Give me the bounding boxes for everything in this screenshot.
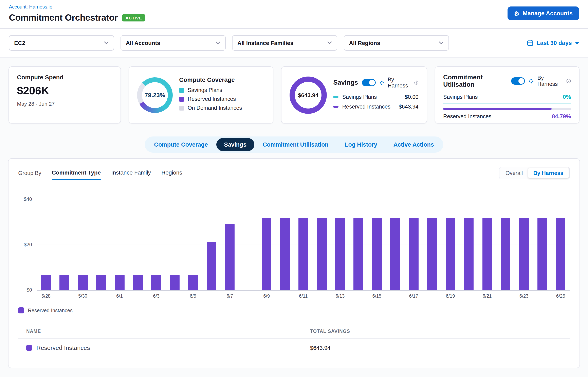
bar-6/11[interactable] <box>299 218 308 290</box>
reserved-instances-utilisation-value: 84.79% <box>552 113 571 119</box>
chart-legend-label: Reserved Instances <box>28 307 73 313</box>
tab-log-history[interactable]: Log History <box>337 138 385 151</box>
bar-6/24[interactable] <box>537 218 547 290</box>
tab-commitment-utilisation[interactable]: Commitment Utilisation <box>255 138 336 151</box>
main-tabs: Compute Coverage Savings Commitment Util… <box>145 136 443 153</box>
bar-5/30[interactable] <box>78 275 88 290</box>
x-axis-tick <box>166 294 184 298</box>
bar-slot <box>276 199 294 290</box>
compute-spend-title: Compute Spend <box>17 74 112 81</box>
bar-6/6[interactable] <box>207 242 216 290</box>
savings-row: Reserved Instances $643.94 <box>333 104 418 110</box>
savings-plans-progress-bar <box>443 103 571 104</box>
bar-6/20[interactable] <box>464 218 474 290</box>
bar-6/9[interactable] <box>262 218 271 290</box>
bar-slot <box>496 199 515 290</box>
bar-slot <box>129 199 147 290</box>
x-axis-tick <box>460 294 478 298</box>
bar-6/2[interactable] <box>133 275 143 290</box>
savings-title: Savings <box>333 79 358 86</box>
bar-slot <box>331 199 349 290</box>
bar-6/16[interactable] <box>390 218 400 290</box>
date-range-value: Last 30 days <box>537 40 572 46</box>
bar-5/31[interactable] <box>96 275 106 290</box>
bar-6/15[interactable] <box>372 218 382 290</box>
legend-label: Savings Plans <box>188 87 222 93</box>
tab-compute-coverage[interactable]: Compute Coverage <box>146 138 216 151</box>
x-axis-tick <box>533 294 551 298</box>
info-icon[interactable] <box>414 80 418 85</box>
reserved-instances-progress-bar <box>443 108 571 110</box>
tab-savings[interactable]: Savings <box>216 138 254 151</box>
bar-6/10[interactable] <box>280 218 290 290</box>
bar-6/1[interactable] <box>115 275 124 290</box>
service-filter-dropdown[interactable]: EC2 <box>9 35 114 51</box>
row-name-value: Reserved Instances <box>36 344 90 351</box>
bar-slot <box>37 199 55 290</box>
group-tab-instance-family[interactable]: Instance Family <box>111 169 151 180</box>
chart-legend[interactable]: Reserved Instances <box>18 307 570 313</box>
bar-6/25[interactable] <box>556 218 566 290</box>
bar-slot <box>184 199 202 290</box>
savings-by-harness-toggle[interactable] <box>362 79 376 86</box>
y-axis-tick: $0 <box>26 287 32 293</box>
regions-filter-dropdown[interactable]: All Regions <box>344 35 449 51</box>
summary-cards: Compute Spend $206K May 28 - Jun 27 79.2… <box>0 58 588 124</box>
x-axis-tick: 6/9 <box>257 294 276 298</box>
bar-6/4[interactable] <box>170 275 179 290</box>
bar-6/14[interactable] <box>354 218 363 290</box>
instance-families-filter-dropdown[interactable]: All Instance Families <box>232 35 337 51</box>
bar-slot <box>423 199 441 290</box>
bar-6/18[interactable] <box>427 218 437 290</box>
savings-table: NAME TOTAL SAVINGS Reserved Instances $6… <box>18 324 570 357</box>
instance-families-filter-value: All Instance Families <box>237 40 293 46</box>
bar-6/19[interactable] <box>445 218 455 290</box>
x-axis-tick <box>276 294 294 298</box>
legend-color-swatch <box>179 88 184 93</box>
savings-row-label: Savings Plans <box>342 94 377 100</box>
accounts-filter-dropdown[interactable]: All Accounts <box>121 35 226 51</box>
chart-bars <box>37 199 570 290</box>
bar-6/13[interactable] <box>335 218 345 290</box>
bar-slot <box>478 199 496 290</box>
group-tab-regions[interactable]: Regions <box>161 169 182 180</box>
bar-6/5[interactable] <box>188 275 198 290</box>
bar-6/3[interactable] <box>151 275 161 290</box>
bar-6/23[interactable] <box>519 218 529 290</box>
bar-6/22[interactable] <box>501 218 510 290</box>
view-mode-overall[interactable]: Overall <box>500 168 528 178</box>
regions-filter-value: All Regions <box>349 40 380 46</box>
account-breadcrumb[interactable]: Account: Harness.io <box>9 4 579 10</box>
page-title: Commitment Orchestrator <box>9 12 118 23</box>
bar-5/28[interactable] <box>41 275 51 290</box>
group-tab-commitment-type[interactable]: Commitment Type <box>52 169 101 180</box>
x-axis-tick: 5/28 <box>37 294 55 298</box>
date-range-picker[interactable]: Last 30 days <box>527 40 579 46</box>
chevron-down-icon <box>327 41 332 45</box>
x-axis-tick: 6/5 <box>184 294 202 298</box>
view-mode-by-harness[interactable]: By Harness <box>528 168 569 178</box>
compute-spend-value: $206K <box>17 85 112 97</box>
bar-6/21[interactable] <box>482 218 492 290</box>
compute-coverage-card: 79.23% Compute Coverage Savings Plans Re… <box>129 66 273 124</box>
table-row[interactable]: Reserved Instances $643.94 <box>18 339 570 357</box>
bar-slot <box>313 199 331 290</box>
x-axis-tick <box>349 294 368 298</box>
info-icon[interactable] <box>566 78 571 84</box>
savings-row-value: $643.94 <box>399 104 419 110</box>
gear-icon: ⚙ <box>514 10 520 16</box>
utilisation-by-harness-toggle[interactable] <box>511 77 525 85</box>
bar-6/17[interactable] <box>409 218 419 290</box>
tab-active-actions[interactable]: Active Actions <box>386 138 442 151</box>
bar-6/7[interactable] <box>225 224 235 290</box>
chevron-down-icon <box>216 41 220 45</box>
manage-accounts-button[interactable]: ⚙ Manage Accounts <box>508 6 579 20</box>
service-filter-value: EC2 <box>14 40 25 46</box>
x-axis-tick: 6/15 <box>368 294 386 298</box>
bar-5/29[interactable] <box>59 275 69 290</box>
compute-coverage-percent: 79.23% <box>142 82 168 108</box>
bar-6/12[interactable] <box>317 218 327 290</box>
bar-slot <box>368 199 386 290</box>
x-axis-tick <box>313 294 331 298</box>
legend-checkbox[interactable] <box>18 307 24 313</box>
